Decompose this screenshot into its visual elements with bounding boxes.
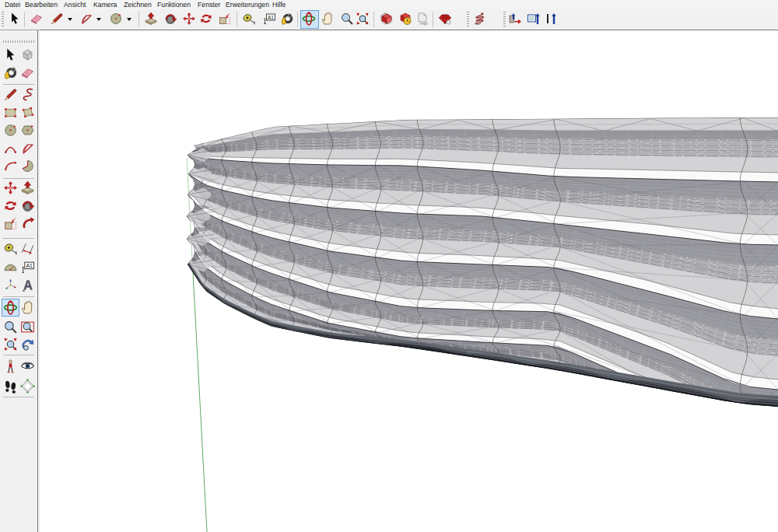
svg-text:A1: A1 (26, 263, 33, 268)
svg-text:A1: A1 (268, 15, 274, 20)
